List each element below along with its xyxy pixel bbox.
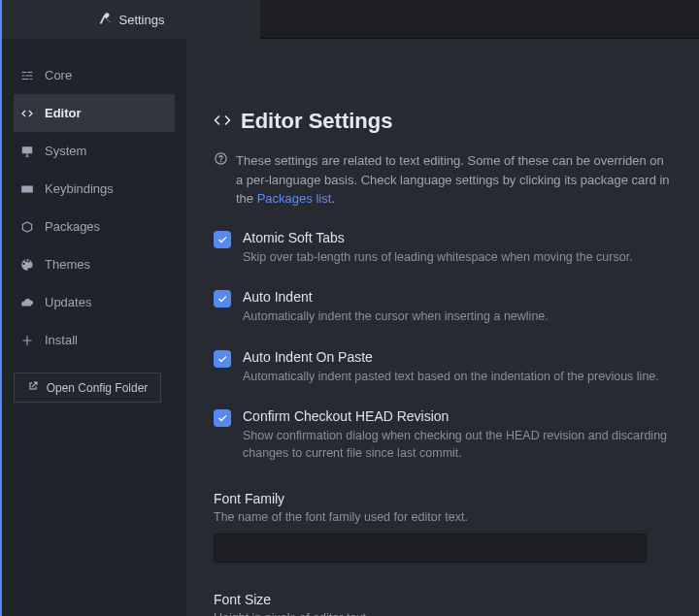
page-title: Editor Settings [241, 109, 392, 134]
open-config-folder-button[interactable]: Open Config Folder [14, 373, 161, 403]
setting-desc: Show confirmation dialog when checking o… [243, 428, 672, 462]
checkbox-auto-indent-on-paste[interactable] [214, 350, 231, 368]
tab-settings[interactable]: Settings [0, 0, 260, 39]
sidebar-item-label: Updates [45, 295, 91, 309]
field-desc: The name of the font family used for edi… [214, 510, 672, 524]
setting-auto-indent: Auto Indent Automatically indent the cur… [214, 289, 672, 326]
setting-title: Auto Indent On Paste [243, 349, 659, 365]
info-block: These settings are related to text editi… [214, 151, 672, 209]
package-icon [19, 220, 35, 234]
setting-desc: Skip over tab-length runs of leading whi… [243, 249, 633, 267]
font-family-input[interactable] [214, 534, 647, 563]
external-link-icon [27, 380, 39, 395]
tab-bar: Settings [0, 0, 699, 39]
field-label: Font Size [214, 592, 672, 607]
code-icon [19, 107, 35, 120]
sidebar-item-updates[interactable]: Updates [14, 283, 175, 321]
field-label: Font Family [214, 491, 672, 506]
sidebar-item-label: Packages [45, 219, 100, 234]
code-icon [214, 112, 231, 132]
sidebar-item-editor[interactable]: Editor [14, 94, 175, 132]
sidebar-item-label: Keybindings [45, 181, 114, 196]
sidebar-item-label: Install [45, 333, 78, 347]
font-family-group: Font Family The name of the font family … [214, 491, 672, 563]
tab-title: Settings [119, 13, 165, 27]
setting-atomic-soft-tabs: Atomic Soft Tabs Skip over tab-length ru… [214, 230, 672, 267]
page-heading: Editor Settings [214, 109, 672, 134]
settings-content: Editor Settings These settings are relat… [186, 39, 699, 616]
sidebar-item-core[interactable]: Core [14, 56, 175, 94]
checkbox-auto-indent[interactable] [214, 290, 231, 308]
paint-icon [19, 258, 35, 272]
setting-title: Auto Indent [243, 289, 549, 305]
sidebar-item-label: System [45, 144, 86, 158]
info-suffix: . [331, 191, 335, 206]
sidebar-item-label: Core [45, 68, 72, 82]
setting-title: Confirm Checkout HEAD Revision [243, 408, 672, 424]
sidebar-item-themes[interactable]: Themes [14, 245, 175, 283]
sidebar-item-label: Editor [45, 106, 82, 120]
setting-confirm-checkout-head: Confirm Checkout HEAD Revision Show conf… [214, 408, 672, 462]
checkbox-atomic-soft-tabs[interactable] [214, 231, 231, 248]
setting-desc: Automatically indent pasted text based o… [243, 369, 659, 386]
cloud-download-icon [19, 296, 35, 309]
sidebar-item-keybindings[interactable]: Keybindings [14, 170, 175, 208]
packages-list-link[interactable]: Packages list [257, 191, 332, 206]
plus-icon [19, 334, 35, 347]
open-config-label: Open Config Folder [47, 381, 149, 395]
tools-icon [98, 12, 112, 28]
setting-title: Atomic Soft Tabs [243, 230, 633, 245]
font-size-group: Font Size Height in pixels of editor tex… [214, 592, 672, 616]
sidebar-item-packages[interactable]: Packages [14, 208, 175, 245]
setting-desc: Automatically indent the cursor when ins… [243, 308, 549, 326]
monitor-icon [19, 145, 35, 158]
question-icon [214, 151, 228, 209]
sidebar-item-install[interactable]: Install [14, 321, 175, 359]
sliders-icon [19, 69, 35, 82]
keyboard-icon [19, 182, 35, 196]
setting-auto-indent-on-paste: Auto Indent On Paste Automatically inden… [214, 349, 672, 386]
settings-sidebar: Core Editor System Keybindings Packages [0, 39, 186, 616]
sidebar-item-system[interactable]: System [14, 132, 175, 170]
checkbox-confirm-checkout-head[interactable] [214, 409, 231, 427]
sidebar-item-label: Themes [45, 257, 90, 272]
field-desc: Height in pixels of editor text. [214, 611, 672, 616]
